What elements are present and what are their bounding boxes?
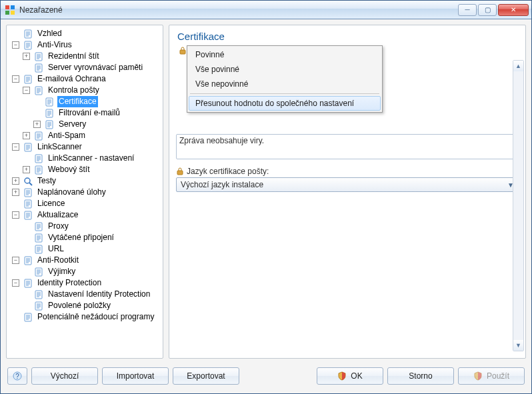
lock-icon <box>176 167 184 175</box>
tree-item[interactable]: +Rezidentní štít <box>23 51 163 62</box>
menu-item-move-to-shared[interactable]: Přesunout hodnotu do společného nastaven… <box>189 96 381 111</box>
page-icon <box>34 267 45 277</box>
tree-item[interactable]: −Kontrola pošty <box>23 85 163 96</box>
apply-button[interactable]: Použít <box>458 367 525 385</box>
tree-item-label: LinkScanner <box>36 141 83 153</box>
tree-item-label: Anti-Spam <box>47 130 87 141</box>
tree-item-label: Anti-Virus <box>36 39 73 51</box>
tree-item-label: Nastavení Identity Protection <box>47 289 151 300</box>
import-button[interactable]: Importovat <box>102 367 169 385</box>
tree-item[interactable]: +Testy <box>12 175 163 187</box>
content-scrollbar[interactable]: ▲ ▼ <box>513 60 524 351</box>
menu-item-all-mandatory[interactable]: Vše povinné <box>189 62 381 77</box>
page-icon <box>34 154 45 163</box>
tree-item[interactable]: +Servery <box>33 119 163 130</box>
ok-button[interactable]: OK <box>317 367 383 385</box>
expand-icon[interactable]: + <box>12 189 19 196</box>
scroll-down-icon[interactable]: ▼ <box>513 340 523 351</box>
certification-message-field[interactable] <box>176 134 519 159</box>
tree-item[interactable]: Server vyrovnávací paměti <box>23 62 163 73</box>
section-heading: Certifikace <box>177 31 519 42</box>
defaults-button[interactable]: Výchozí <box>31 367 98 385</box>
tree-item-label: Vzhled <box>36 28 63 39</box>
button-bar: ? Výchozí Importovat Exportovat OK Storn… <box>6 364 526 388</box>
tree-item[interactable]: Licence <box>12 198 163 209</box>
page-icon <box>34 165 45 175</box>
page-icon <box>34 222 45 231</box>
tree-item[interactable]: Vzhled <box>12 28 163 39</box>
expand-icon[interactable]: + <box>33 121 41 128</box>
svg-rect-91 <box>35 234 42 242</box>
svg-rect-14 <box>35 53 42 61</box>
tree-item[interactable]: Filtrování e-mailů <box>33 107 163 119</box>
collapse-icon[interactable]: − <box>12 211 19 219</box>
svg-rect-116 <box>35 291 42 299</box>
svg-rect-1 <box>11 5 15 9</box>
lang-label-row: Jazyk certifikace pošty: <box>176 167 519 176</box>
tree-item[interactable]: URL <box>23 243 163 255</box>
svg-rect-76 <box>25 200 31 208</box>
page-icon <box>23 29 34 39</box>
search-icon <box>23 177 34 186</box>
close-button[interactable]: ✕ <box>498 4 529 16</box>
lang-combobox[interactable]: Výchozí jazyk instalace ▼ <box>176 177 519 192</box>
svg-rect-29 <box>35 87 42 95</box>
page-icon <box>34 52 45 61</box>
lang-label: Jazyk certifikace pošty: <box>187 167 269 176</box>
tree-item[interactable]: −LinkScanner <box>12 141 163 153</box>
maximize-button[interactable]: ▢ <box>478 4 497 16</box>
context-menu: Povinné Vše povinné Vše nepovinné Přesun… <box>187 45 383 113</box>
svg-rect-101 <box>25 257 31 265</box>
tree-item[interactable]: Povolené položky <box>23 300 163 311</box>
shield-icon <box>337 371 347 381</box>
svg-rect-9 <box>25 41 31 49</box>
collapse-icon[interactable]: − <box>12 257 19 264</box>
expand-icon[interactable]: + <box>23 132 30 139</box>
page-icon <box>34 245 45 254</box>
tree-item[interactable]: −Anti-Rootkit <box>12 255 163 266</box>
collapse-icon[interactable]: − <box>12 143 19 151</box>
expand-icon[interactable]: + <box>12 177 19 185</box>
shield-icon <box>473 371 483 381</box>
tree-item[interactable]: +Naplánované úlohy <box>12 187 163 198</box>
help-button[interactable]: ? <box>7 367 27 385</box>
tree-item[interactable]: Výjimky <box>23 266 163 277</box>
tree-item[interactable]: Potenciálně nežádoucí programy <box>12 311 163 323</box>
collapse-icon[interactable]: − <box>23 87 30 94</box>
expand-icon[interactable]: + <box>23 166 30 173</box>
tree-item-label: E-mailová Ochrana <box>36 73 107 85</box>
tree-item[interactable]: −Aktualizace <box>12 209 163 221</box>
menu-item-mandatory[interactable]: Povinné <box>189 47 381 62</box>
tree-item-label: LinkScanner - nastavení <box>47 153 135 164</box>
tree-item[interactable]: −Identity Protection <box>12 277 163 289</box>
expand-icon[interactable]: + <box>23 53 30 60</box>
page-icon <box>23 75 34 84</box>
export-button[interactable]: Exportovat <box>173 367 239 385</box>
collapse-icon[interactable]: − <box>12 75 19 83</box>
tree-item-label: Identity Protection <box>36 277 103 289</box>
tree-item[interactable]: Nastavení Identity Protection <box>23 289 163 300</box>
scroll-track[interactable] <box>513 71 523 340</box>
page-icon <box>23 256 34 265</box>
cancel-button[interactable]: Storno <box>387 367 454 385</box>
tree-item[interactable]: −E-mailová Ochrana <box>12 73 163 85</box>
menu-item-all-optional[interactable]: Vše nepovinné <box>189 77 381 91</box>
tree-item[interactable]: −Anti-Virus <box>12 39 163 51</box>
svg-rect-49 <box>35 132 42 140</box>
svg-rect-81 <box>25 211 31 219</box>
scroll-up-icon[interactable]: ▲ <box>513 61 523 71</box>
collapse-icon[interactable]: − <box>12 279 19 287</box>
tree-item[interactable]: LinkScanner - nastavení <box>23 153 163 164</box>
tree-item[interactable]: Proxy <box>23 221 163 232</box>
tree-item[interactable]: +Anti-Spam <box>23 130 163 141</box>
tree-item-label: Rezidentní štít <box>47 51 101 62</box>
tree-item[interactable]: Certifikace <box>33 96 163 107</box>
collapse-icon[interactable]: − <box>12 41 19 49</box>
tree-item[interactable]: Vytáčené připojení <box>23 232 163 243</box>
minimize-button[interactable]: ─ <box>458 4 477 16</box>
svg-rect-86 <box>35 223 42 231</box>
tree-item[interactable]: +Webový štít <box>23 164 163 175</box>
svg-rect-64 <box>35 166 42 174</box>
tree-item-label: Výjimky <box>47 266 77 277</box>
settings-tree[interactable]: Vzhled−Anti-Virus+Rezidentní štítServer … <box>7 25 163 358</box>
